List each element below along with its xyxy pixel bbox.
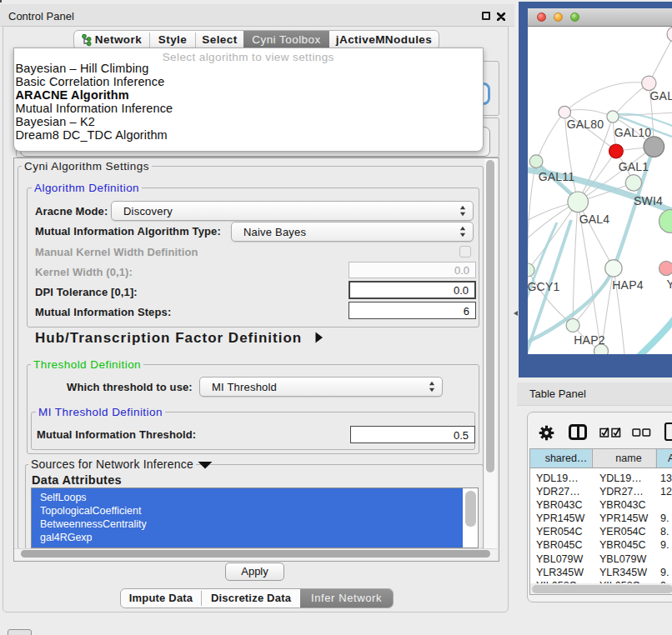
svg-text:YEL: YEL	[667, 278, 672, 291]
svg-text:SWI4: SWI4	[634, 194, 663, 208]
svg-text:GCY1: GCY1	[528, 280, 559, 293]
svg-text:GAL11: GAL11	[539, 170, 575, 183]
svg-text:HAP4: HAP4	[612, 278, 643, 292]
svg-text:HAP2: HAP2	[574, 333, 604, 347]
svg-text:GAL4: GAL4	[579, 212, 610, 226]
svg-text:GAL80: GAL80	[567, 118, 604, 131]
svg-text:GAL10: GAL10	[614, 126, 652, 139]
svg-text:GAL2: GAL2	[650, 89, 672, 102]
svg-text:GAL1: GAL1	[619, 160, 649, 173]
